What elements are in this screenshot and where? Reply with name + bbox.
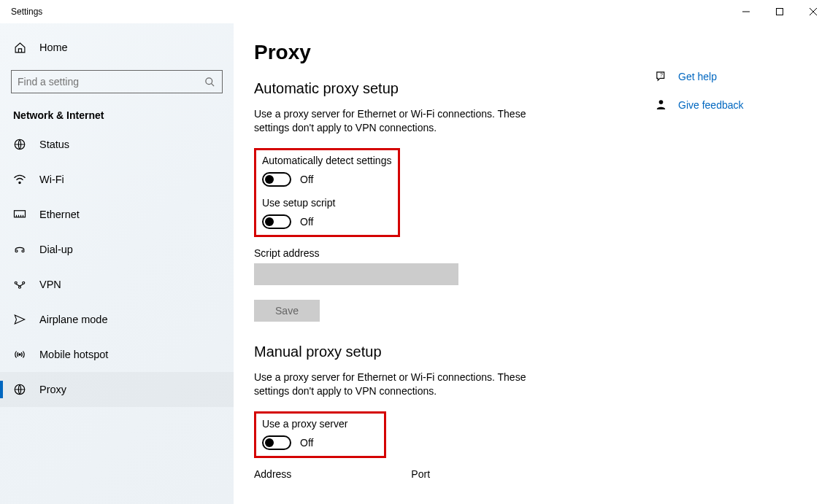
- sidebar-item-label: Mobile hotspot: [39, 349, 108, 360]
- svg-text:?: ?: [660, 72, 663, 78]
- svg-point-7: [19, 182, 20, 183]
- auto-section-desc: Use a proxy server for Ethernet or Wi-Fi…: [254, 107, 553, 135]
- use-proxy-toggle[interactable]: [262, 435, 291, 450]
- sidebar-item-airplane[interactable]: Airplane mode: [0, 302, 234, 337]
- auto-detect-toggle[interactable]: [262, 172, 291, 187]
- auto-detect-label: Automatically detect settings: [262, 155, 392, 166]
- svg-rect-1: [777, 9, 783, 15]
- maximize-button[interactable]: [763, 0, 796, 23]
- home-icon: [13, 42, 26, 54]
- script-address-label: Script address: [254, 247, 626, 259]
- help-icon: ?: [655, 70, 668, 82]
- sidebar-item-vpn[interactable]: VPN: [0, 267, 234, 302]
- svg-point-18: [19, 354, 20, 355]
- search-icon: [204, 77, 216, 88]
- home-nav[interactable]: Home: [0, 29, 234, 66]
- script-address-input[interactable]: [254, 263, 458, 285]
- sidebar-item-label: VPN: [39, 279, 61, 290]
- status-icon: [13, 138, 26, 151]
- sidebar-item-status[interactable]: Status: [0, 127, 234, 162]
- close-button[interactable]: [796, 0, 830, 23]
- hotspot-icon: [13, 349, 26, 360]
- title-bar: Settings: [0, 0, 830, 23]
- search-box[interactable]: [11, 70, 223, 93]
- use-proxy-label: Use a proxy server: [262, 418, 347, 430]
- svg-point-16: [23, 282, 25, 284]
- manual-highlight-box: Use a proxy server Off: [254, 411, 386, 458]
- svg-point-21: [659, 100, 664, 104]
- svg-rect-8: [15, 211, 26, 217]
- proxy-icon: [13, 383, 26, 396]
- sidebar-item-label: Status: [39, 139, 69, 150]
- svg-point-4: [206, 77, 212, 84]
- svg-line-5: [211, 83, 214, 86]
- svg-point-13: [15, 250, 18, 252]
- sidebar-item-label: Airplane mode: [39, 314, 108, 325]
- wifi-icon: [13, 174, 26, 185]
- svg-point-15: [15, 282, 17, 284]
- svg-point-14: [22, 250, 24, 252]
- auto-highlight-box: Automatically detect settings Off Use se…: [254, 148, 400, 237]
- setup-script-label: Use setup script: [262, 197, 392, 209]
- save-button[interactable]: Save: [254, 300, 320, 322]
- search-input[interactable]: [18, 76, 204, 88]
- give-feedback-link[interactable]: Give feedback: [655, 98, 801, 111]
- manual-section-desc: Use a proxy server for Ethernet or Wi-Fi…: [254, 371, 553, 398]
- minimize-button[interactable]: [729, 0, 763, 23]
- give-feedback-text[interactable]: Give feedback: [678, 99, 744, 111]
- sidebar-item-proxy[interactable]: Proxy: [0, 372, 234, 407]
- sidebar-item-label: Proxy: [39, 384, 66, 395]
- main-content: Proxy Automatic proxy setup Use a proxy …: [234, 23, 830, 504]
- home-label: Home: [39, 42, 68, 53]
- sidebar-item-ethernet[interactable]: Ethernet: [0, 197, 234, 232]
- auto-section-title: Automatic proxy setup: [254, 80, 626, 97]
- sidebar-item-wifi[interactable]: Wi-Fi: [0, 162, 234, 197]
- feedback-icon: [655, 98, 668, 111]
- sidebar-item-hotspot[interactable]: Mobile hotspot: [0, 337, 234, 372]
- setup-script-state: Off: [300, 216, 313, 228]
- sidebar-item-label: Dial-up: [39, 244, 73, 255]
- ethernet-icon: [13, 209, 26, 220]
- get-help-link[interactable]: ? Get help: [655, 70, 801, 82]
- sidebar: Home Network & Internet Status Wi-Fi: [0, 23, 234, 504]
- sidebar-item-label: Wi-Fi: [39, 174, 64, 185]
- auto-detect-state: Off: [300, 174, 313, 185]
- get-help-text[interactable]: Get help: [678, 71, 717, 82]
- sidebar-item-dialup[interactable]: Dial-up: [0, 232, 234, 267]
- setup-script-toggle[interactable]: [262, 214, 291, 229]
- port-label: Port: [411, 468, 430, 480]
- window-title: Settings: [11, 7, 42, 17]
- use-proxy-state: Off: [300, 437, 313, 449]
- manual-section-title: Manual proxy setup: [254, 344, 626, 360]
- side-links: ? Get help Give feedback: [655, 41, 801, 504]
- sidebar-item-label: Ethernet: [39, 209, 80, 220]
- dialup-icon: [13, 244, 26, 255]
- sidebar-section-title: Network & Internet: [0, 93, 234, 127]
- address-label: Address: [254, 468, 291, 480]
- airplane-icon: [13, 313, 26, 326]
- window-controls: [729, 0, 830, 23]
- vpn-icon: [13, 279, 26, 290]
- page-title: Proxy: [254, 41, 626, 64]
